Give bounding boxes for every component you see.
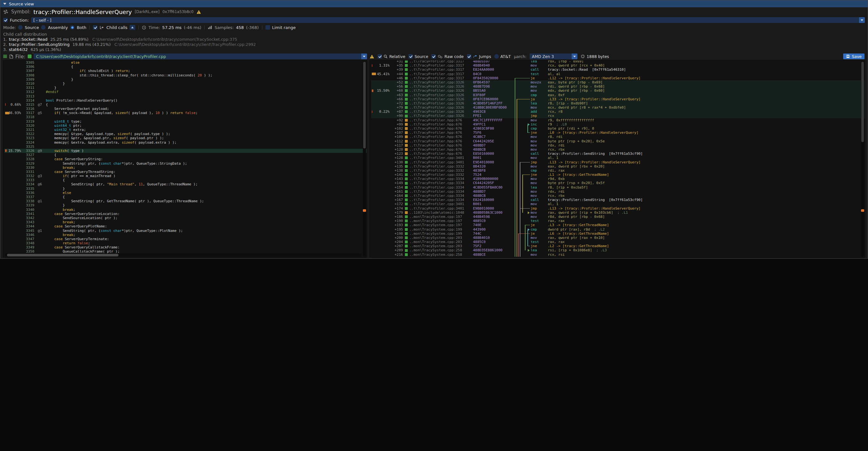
asm-row[interactable]: +63..t\TracyProfiler.cpp:332683F80Fcmpea… [371,93,865,97]
asm-source-location[interactable]: ..t\TracyProfiler.hpp:676 [409,152,473,156]
title-bar[interactable]: Source view [0,0,868,7]
asm-row[interactable]: +79..t\TracyProfiler.cpp:3326418B8C80E0B… [371,106,865,110]
asm-row[interactable]: 1.31%+35..t\TracyProfiler.cpp:3317488B49… [371,63,865,67]
asm-source-location[interactable]: ..t\TracyProfiler.cpp:3326 [409,97,473,101]
source-line[interactable]: 3348 return false; [4,241,367,245]
source-line[interactable]: 3308 std::this_thread::sleep_for( std::c… [4,73,367,78]
source-line[interactable]: 3312#endif [4,90,367,94]
source-line[interactable]: 3339 } [4,203,367,207]
asm-row[interactable]: +128..t\TracyProfiler.cpp:3401B001moval,… [371,156,865,160]
asm-source-location[interactable]: ..t\TracyProfiler.cpp:3317 [409,67,473,72]
source-line[interactable]: 3311 } [4,86,367,90]
asm-row[interactable]: +109..t\TracyProfiler.hpp:6764C8BC7movr8… [371,135,865,139]
source-line[interactable]: 3332@3 if( ptr == m_mainThread ) [4,174,367,178]
source-line[interactable]: 46.93%3317@5 if( !m_sock->Read( &payload… [4,111,367,115]
radio-mode-source[interactable] [18,25,23,30]
asm-source-location[interactable]: ..t\TracyProfiler.cpp:3334 [409,189,473,194]
asm-row[interactable]: +46..t\TracyProfiler.cpp:33170F843502000… [371,76,865,80]
asm-source-location[interactable]: ..mon\TracySystem.cpp:203 [409,236,473,240]
asm-source-location[interactable]: ..t\TracyProfiler.hpp:676 [409,135,473,139]
source-line[interactable]: 3345@1 SendString( ptr, (const char*)ptr… [4,229,367,233]
asm-row[interactable]: +107..t\TracyProfiler.hpp:67675F6jne.L0 … [371,130,865,135]
asm-source-location[interactable]: ..t\TracyProfiler.cpp:3317 [409,60,473,63]
source-line[interactable]: 3334@6 SendString( ptr, "Main thread", 1… [4,182,367,186]
source-line[interactable]: 15.79%3326@9 switch( type ) [4,149,367,153]
asm-source-location[interactable]: ..t\TracyProfiler.cpp:3326 [409,106,473,110]
source-line[interactable]: 3342 SendSourceLocation( ptr ); [4,216,367,220]
source-line[interactable]: 3316 ServerQueryPacket payload; [4,107,367,111]
asm-row[interactable]: +138..t\TracyProfiler.cpp:3332483BF8cmpr… [371,169,865,173]
asm-row[interactable]: +209..mon\TracySystem.cpp:258488D35E8861… [371,248,865,252]
asm-source-location[interactable]: ..mon\TracySystem.cpp:203 [409,240,473,244]
uarch-combo[interactable]: AMD Zen 3 [530,54,578,59]
scrollbar-thumb[interactable] [7,254,118,257]
asm-source-location[interactable]: ..t\TracyProfiler.cpp:3334 [409,194,473,198]
asm-source-location[interactable]: ..t\TracyProfiler.hpp:676 [409,126,473,130]
asm-row[interactable]: +90..t\TracyProfiler.cpp:3326FFE1jmprcx [371,114,865,118]
asm-row[interactable]: 45.41%+44..t\TracyProfiler.cpp:331784C0t… [371,72,865,76]
asm-source-location[interactable]: ..mon\TracySystem.cpp:197 [409,215,473,219]
function-combo[interactable]: [ - self - ] [31,17,865,23]
asm-source-location[interactable]: ..t\TracyProfiler.hpp:676 [409,122,473,126]
asm-source-location[interactable]: ..t\TracyProfiler.cpp:3401 [409,206,473,211]
asm-source-location[interactable]: ..t\TracyProfiler.cpp:3332 [409,173,473,177]
asm-row[interactable]: +190..mon\TracySystem.cpp:1974885C0testr… [371,219,865,223]
asm-source-location[interactable]: ..mon\TracySystem.cpp:197 [409,223,473,227]
source-line[interactable]: 3337 { [4,195,367,199]
asm-source-location[interactable]: ..mon\TracySystem.cpp:197 [409,219,473,223]
asm-source-location[interactable]: ..t\TracyProfiler.cpp:3326 [409,101,473,106]
collapse-icon[interactable] [3,3,6,5]
source-vertical-scrollbar[interactable] [363,61,366,257]
source-line[interactable]: 3325 [4,145,367,149]
asm-source-location[interactable]: ..t\TracyProfiler.cpp:3401 [409,156,473,160]
source-checkbox[interactable] [408,54,413,59]
asm-row[interactable]: +99..t\TracyProfiler.hpp:67649FFC1incr9 … [371,122,865,126]
asm-source-location[interactable]: ..t\TracyProfiler.cpp:3326 [409,114,473,118]
source-line[interactable]: 3331 case ServerQueryThreadString: [4,170,367,174]
function-checkbox[interactable] [3,18,8,22]
source-line[interactable]: 3310 } [4,82,367,86]
source-line[interactable]: 3307 if( shouldExit ) return; [4,69,367,73]
asm-row[interactable]: +161..t\TracyProfiler.cpp:3334488BD7movr… [371,189,865,194]
source-line[interactable]: 3306 { [4,65,367,69]
source-line[interactable]: 3319 uint8_t type; [4,119,367,124]
source-line[interactable]: 3329 SendString( ptr, (const char*)ptr, … [4,161,367,166]
save-button[interactable]: Save [843,54,865,59]
source-line[interactable]: 3343 break; [4,220,367,224]
asm-row[interactable]: +117..t\TracyProfiler.hpp:676488BD7movrd… [371,143,865,147]
source-line[interactable]: 3338@1 SendString( ptr, GetThreadName( p… [4,199,367,203]
asm-source-location[interactable]: ..t\TracyProfiler.cpp:3334 [409,198,473,202]
asm-row[interactable]: 0.22%+87..t\TracyProfiler.cpp:33264903C8… [371,110,865,114]
asm-source-location[interactable]: ..t\TracyProfiler.cpp:3326 [409,84,473,89]
asm-row[interactable]: +200..mon\TracySystem.cpp:203488B4010mov… [371,236,865,240]
asm-row[interactable]: +135..t\TracyProfiler.cpp:33328B4320move… [371,164,865,169]
asm-row[interactable]: +167..t\TracyProfiler.cpp:3334E824160000… [371,198,865,202]
limit-range-checkbox[interactable] [266,25,270,30]
asm-source-location[interactable]: ..t\TracyProfiler.cpp:3332 [409,164,473,169]
asm-row[interactable]: +56..t\TracyProfiler.cpp:3326488B7D98mov… [371,84,865,89]
source-line[interactable]: 3314bool Profiler::HandleServerQuery() [4,98,367,102]
source-horizontal-scrollbar[interactable] [5,253,362,257]
asm-row[interactable]: +52..t\TracyProfiler.cpp:33260FB64597mov… [371,80,865,84]
asm-source-location[interactable]: ..t\TracyProfiler.hpp:676 [409,143,473,147]
raw-code-checkbox[interactable] [431,54,436,59]
asm-row[interactable]: +102..t\TracyProfiler.hpp:67642803C0F00c… [371,126,865,130]
asm-row[interactable]: +130..t\TracyProfiler.cpp:3401E9E4010000… [371,160,865,164]
source-line[interactable]: 3313 [4,94,367,98]
jumps-checkbox[interactable] [467,54,471,59]
source-line[interactable]: 3344 case ServerQueryPlotName: [4,224,367,229]
asm-source-location[interactable]: ..t\TracyProfiler.hpp:676 [409,139,473,143]
asm-source-location[interactable]: ..mon\TracySystem.cpp:258 [409,248,473,252]
source-line[interactable]: 3349 case ServerQueryCallstackFrame: [4,245,367,249]
asm-source-location[interactable]: ..t\TracyProfiler.cpp:3334 [409,177,473,181]
asm-row[interactable]: +179..1103\include\atomic:1048488B05B63C… [371,211,865,215]
warning-icon[interactable] [370,55,374,59]
asm-source-location[interactable]: ..t\TracyProfiler.cpp:3317 [409,72,473,76]
asm-row[interactable]: +193..mon\TracySystem.cpp:197740Eje.L3 -… [371,223,865,227]
symbol-list-icon[interactable] [3,55,7,58]
source-line[interactable]: 3330 break; [4,166,367,170]
asm-vertical-scrollbar[interactable] [861,61,864,257]
source-line[interactable]: 3350 QueueCallstackFrame( ptr ); [4,249,367,253]
source-line[interactable]: 0.66%3315@7{ [4,102,367,107]
asm-row[interactable]: +143..t\TracyProfiler.cpp:333441B90B0000… [371,177,865,181]
